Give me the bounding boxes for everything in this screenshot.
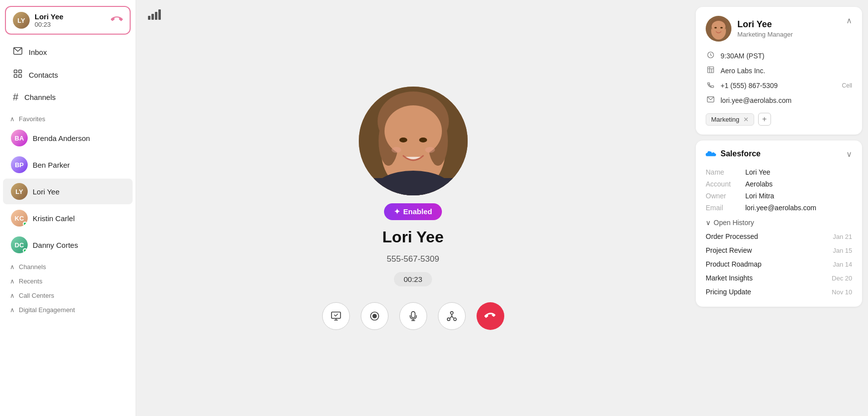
history-item-1: Project Review Jan 15 <box>706 243 852 257</box>
sf-key-name: Name <box>706 168 745 176</box>
tag-marketing: Marketing ✕ <box>706 113 754 126</box>
sidebar-nav: Inbox Contacts # Channels <box>0 39 136 110</box>
svg-rect-21 <box>359 178 468 195</box>
call-controls <box>322 302 504 330</box>
contact-info-card: Lori Yee Marketing Manager ∧ 9:30AM (PST… <box>696 7 862 135</box>
video-button[interactable] <box>361 302 388 330</box>
end-call-button[interactable] <box>477 302 504 330</box>
svg-point-24 <box>373 314 376 318</box>
sidebar-item-channels[interactable]: # Channels <box>3 87 133 108</box>
call-centers-section-header[interactable]: ∧ Call Centers <box>0 287 136 301</box>
active-call-card[interactable]: LY Lori Yee 00:23 <box>5 6 131 35</box>
danny-name: Danny Cortes <box>33 241 78 249</box>
sidebar: LY Lori Yee 00:23 Inbox <box>0 0 136 416</box>
history-item-2-name: Product Roadmap <box>706 260 762 268</box>
svg-point-19 <box>425 147 435 153</box>
contact-danny[interactable]: DC Danny Cortes <box>3 232 133 258</box>
clock-icon <box>706 51 716 61</box>
enabled-label: Enabled <box>403 207 432 216</box>
mute-button[interactable] <box>399 302 427 330</box>
svg-rect-1 <box>14 70 17 73</box>
open-history-label: Open History <box>714 219 754 227</box>
chevron-down-icon: ∧ <box>10 115 15 123</box>
sf-title-row: Salesforce <box>706 148 761 159</box>
detail-phone: +1 (555) 867-5309 Cell <box>706 78 852 93</box>
sf-row-owner: Owner Lori Mitra <box>706 190 852 202</box>
card-contact-title: Marketing Manager <box>737 31 793 38</box>
svg-point-32 <box>715 27 717 29</box>
call-timer: 00:23 <box>394 272 433 286</box>
contact-ben[interactable]: BP Ben Parker <box>3 152 133 178</box>
sf-val-email: lori.yee@aerolabs.com <box>745 204 816 212</box>
svg-rect-6 <box>151 14 154 20</box>
lori-avatar: LY <box>11 183 28 200</box>
card-contact-info: Lori Yee Marketing Manager <box>706 16 793 42</box>
detail-email-value: lori.yee@aerolabs.com <box>721 96 791 104</box>
sf-key-email: Email <box>706 204 745 212</box>
svg-point-26 <box>447 318 450 321</box>
card-contact-name: Lori Yee <box>737 19 793 30</box>
salesforce-card: Salesforce ∨ Name Lori Yee Account Aerol… <box>696 140 862 307</box>
kristin-avatar: KC <box>11 210 28 227</box>
history-item-4-date: Nov 10 <box>832 288 852 296</box>
brenda-avatar: BA <box>11 130 28 146</box>
favorites-section-header[interactable]: ∧ Favorites <box>0 110 136 125</box>
call-centers-label: Call Centers <box>19 292 54 299</box>
svg-point-17 <box>419 138 427 142</box>
signal-bars <box>148 9 162 23</box>
svg-point-31 <box>712 21 725 33</box>
history-item-0: Order Processed Jan 21 <box>706 230 852 243</box>
svg-rect-2 <box>19 70 22 73</box>
enabled-icon: ✦ <box>394 207 400 216</box>
contact-brenda[interactable]: BA Brenda Anderson <box>3 125 133 151</box>
sf-row-email: Email lori.yee@aerolabs.com <box>706 202 852 214</box>
email-icon <box>706 95 716 105</box>
sf-collapse-button[interactable]: ∨ <box>846 149 852 159</box>
history-item-4-name: Pricing Update <box>706 288 751 296</box>
open-history-toggle[interactable]: ∨ Open History <box>706 219 852 227</box>
recents-label: Recents <box>19 277 43 285</box>
ben-avatar: BP <box>11 156 28 173</box>
active-call-info: LY Lori Yee 00:23 <box>13 12 63 29</box>
history-item-3: Market Insights Dec 20 <box>706 271 852 285</box>
tag-label: Marketing <box>711 116 739 123</box>
channels-section-header[interactable]: ∧ Channels <box>0 258 136 273</box>
history-item-0-date: Jan 21 <box>833 233 852 240</box>
contact-kristin[interactable]: KC Kristin Carlel <box>3 205 133 231</box>
detail-company-value: Aero Labs Inc. <box>721 67 765 75</box>
screen-share-button[interactable] <box>322 302 350 330</box>
card-header: Lori Yee Marketing Manager ∧ <box>706 16 852 42</box>
enabled-badge: ✦ Enabled <box>384 203 442 220</box>
merge-button[interactable] <box>438 302 466 330</box>
channels-chevron-icon: ∧ <box>10 263 15 271</box>
detail-time-value: 9:30AM (PST) <box>721 52 765 60</box>
card-collapse-button[interactable]: ∧ <box>846 16 852 25</box>
history-item-1-date: Jan 15 <box>833 247 852 254</box>
sidebar-item-contacts[interactable]: Contacts <box>3 64 133 86</box>
contacts-icon <box>13 69 23 81</box>
inbox-icon <box>13 46 23 58</box>
end-call-icon[interactable] <box>111 13 123 28</box>
sf-header: Salesforce ∨ <box>706 148 852 159</box>
active-call-time: 00:23 <box>35 21 63 28</box>
phone-label: Cell <box>842 82 852 89</box>
sf-row-name: Name Lori Yee <box>706 166 852 178</box>
tag-add-button[interactable]: + <box>758 113 771 126</box>
svg-rect-8 <box>158 9 161 20</box>
tag-remove-button[interactable]: ✕ <box>743 116 749 123</box>
favorites-label: Favorites <box>19 115 45 123</box>
active-call-name: Lori Yee <box>35 12 63 21</box>
call-center: ✦ Enabled Lori Yee 555-567-5309 00:23 <box>322 87 504 330</box>
sidebar-item-inbox[interactable]: Inbox <box>3 41 133 63</box>
recents-section-header[interactable]: ∧ Recents <box>0 273 136 287</box>
svg-point-18 <box>391 147 401 153</box>
history-item-3-date: Dec 20 <box>832 275 852 282</box>
contact-lori[interactable]: LY Lori Yee <box>3 179 133 204</box>
channels-section-label: Channels <box>19 263 46 271</box>
sf-val-owner: Lori Mitra <box>745 192 774 200</box>
history-item-0-name: Order Processed <box>706 232 758 240</box>
svg-rect-4 <box>19 75 22 78</box>
svg-point-33 <box>721 27 723 29</box>
digital-engagement-section-header[interactable]: ∧ Digital Engagement <box>0 301 136 316</box>
history-item-3-name: Market Insights <box>706 274 753 282</box>
